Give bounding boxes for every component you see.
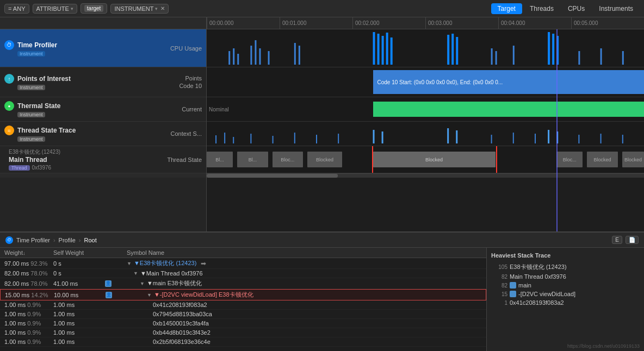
nav-tabs: Target Threads CPUs Instruments xyxy=(491,3,640,14)
svg-rect-30 xyxy=(250,134,251,143)
instrument-label-thread-trace[interactable]: ≈ Thread State Trace Instrument Context … xyxy=(0,122,206,146)
cell-symbol: ▼ ▼main E38卡顿优化 xyxy=(127,279,482,287)
hs-sym-3: -[D2VC viewDidLoad] xyxy=(518,291,575,297)
cell-self-weight: 1.00 ms xyxy=(53,311,105,317)
table-row[interactable]: 1.00 ms 0.9% 1.00 ms 0xb44d8b019c3f43e2 xyxy=(0,328,486,337)
instrument-label-time-profiler[interactable]: ⏱ Time Profiler Instrument CPU Usage xyxy=(0,29,206,67)
watermark: https://blog.csdn.net/u010919133 xyxy=(567,343,640,349)
filter-any-pill[interactable]: = ANY xyxy=(4,4,29,14)
thread-trace-name: Thread State Trace xyxy=(17,127,76,134)
cell-self-weight: 0 s xyxy=(53,260,105,267)
svg-rect-31 xyxy=(273,136,274,143)
filter-target-pill[interactable]: target xyxy=(81,3,108,14)
context-switch-chart xyxy=(207,122,644,146)
svg-rect-24 xyxy=(578,51,580,65)
seg-blocked-2: Blocked xyxy=(587,152,617,167)
svg-rect-28 xyxy=(224,133,225,143)
breadcrumb-time-profiler[interactable]: Time Profiler xyxy=(16,237,50,243)
cpu-chart xyxy=(207,29,644,67)
svg-rect-12 xyxy=(382,36,384,65)
table-row[interactable]: 1.00 ms 0.9% 1.00 ms 0x2b5f068193e36c4e xyxy=(0,337,486,347)
bottom-panel: ⏱ Time Profiler › Profile › Root E 📄 Wei… xyxy=(0,231,644,351)
breadcrumb-profile[interactable]: Profile xyxy=(59,237,76,243)
table-row[interactable]: 82.00 ms 78.0% 0 s ▼ ▼Main Thread 0xf397… xyxy=(0,269,486,278)
svg-rect-25 xyxy=(600,48,602,65)
table-row[interactable]: 1.00 ms 0.9% 1.00 ms 0xb14500019c3fa4fa xyxy=(0,319,486,328)
cell-symbol: 0x7945d88193ba03ca xyxy=(127,311,482,317)
filter-attribute-label: ATTRIBUTE xyxy=(36,5,69,12)
breadcrumb-root[interactable]: Root xyxy=(84,237,96,243)
tab-instruments[interactable]: Instruments xyxy=(592,3,640,14)
col-self-weight[interactable]: Self Weight xyxy=(53,249,105,256)
chevron-down-icon: ▾ xyxy=(71,6,73,11)
table-row[interactable]: 1.00 ms 0.9% 1.00 ms 0x41c208193f083a2 xyxy=(0,300,486,310)
points-name: Points of Interest xyxy=(17,75,71,83)
timeline-scrollbar[interactable] xyxy=(207,173,644,178)
svg-rect-33 xyxy=(316,135,317,143)
tab-threads[interactable]: Threads xyxy=(523,3,560,14)
chevron-down-icon-2: ▾ xyxy=(155,6,158,11)
ruler-tick-3: 00:03.000 xyxy=(425,17,498,29)
svg-rect-17 xyxy=(456,37,458,65)
svg-rect-32 xyxy=(294,133,295,143)
red-marker-right xyxy=(496,146,497,173)
thread-tag: Thread xyxy=(9,165,30,171)
svg-rect-6 xyxy=(259,48,261,65)
scrollbar-thumb[interactable] xyxy=(207,174,338,178)
svg-rect-38 xyxy=(456,130,457,143)
hs-row-0: 105 E38卡顿优化 (12423) xyxy=(491,262,640,272)
filter-attribute-pill[interactable]: ATTRIBUTE ▾ xyxy=(33,4,77,14)
col-icon xyxy=(105,249,127,256)
points-badge: Instrument xyxy=(17,85,45,90)
table-row[interactable]: 1.00 ms 0.9% 1.00 ms 0x7945d88193ba03ca xyxy=(0,310,486,319)
arrow-icon[interactable]: ➡ xyxy=(201,260,206,267)
cell-self-weight: 0 s xyxy=(53,270,105,277)
top-bar: = ANY ATTRIBUTE ▾ target INSTRUMENT ▾ ✕ … xyxy=(0,0,644,17)
thread-state-track: Bl... Bl... Bloc... Blocked Blocked Bloc… xyxy=(207,146,644,173)
cell-self-weight: 1.00 ms xyxy=(53,302,105,308)
col-weight[interactable]: Weight↓ xyxy=(4,249,53,256)
close-icon[interactable]: ✕ xyxy=(160,5,165,11)
ruler-tick-5: 00:05.000 xyxy=(571,17,644,29)
table-row[interactable]: 82.00 ms 78.0% 41.00 ms 👤 ▼ ▼main E38卡顿优… xyxy=(0,278,486,289)
table-row[interactable]: 97.00 ms 92.3% 0 s ▼ ▼E38卡顿优化 (12423) ➡ xyxy=(0,258,486,269)
thermal-metric: Current xyxy=(182,106,202,112)
thread-state-trace-track xyxy=(207,122,644,146)
svg-rect-4 xyxy=(250,46,252,65)
e-button[interactable]: E xyxy=(612,236,622,244)
profile-table[interactable]: Weight↓ Self Weight Symbol Name 97.00 ms… xyxy=(0,248,486,351)
instrument-label-thermal[interactable]: ● Thermal State Instrument Current xyxy=(0,97,206,122)
time-profiler-icon: ⏱ xyxy=(4,40,14,50)
ruler-tick-1: 00:01.000 xyxy=(280,17,352,29)
svg-rect-27 xyxy=(215,135,216,143)
timeline-area: 00:00.000 00:01.000 00:02.000 00:03.000 … xyxy=(207,17,644,231)
filter-instrument-pill[interactable]: INSTRUMENT ▾ ✕ xyxy=(110,4,169,14)
svg-rect-45 xyxy=(600,134,602,143)
tab-cpus[interactable]: CPUs xyxy=(561,3,591,14)
svg-rect-5 xyxy=(255,40,256,65)
cell-weight: 1.00 ms 0.9% xyxy=(4,302,53,308)
svg-rect-11 xyxy=(377,34,380,65)
svg-rect-46 xyxy=(622,135,623,143)
seg-blocked-3: Blocked xyxy=(622,152,644,167)
tab-target[interactable]: Target xyxy=(491,3,522,14)
hs-icon-2 xyxy=(510,282,516,289)
svg-rect-44 xyxy=(578,135,579,143)
thread-main-name: Main Thread xyxy=(9,156,60,164)
points-metric1: Points xyxy=(185,75,202,82)
col-symbol[interactable]: Symbol Name xyxy=(127,249,482,256)
seg-bloc-2: Bloc... xyxy=(556,152,583,167)
instruments-panel: ⏱ Time Profiler Instrument CPU Usage ↑ P… xyxy=(0,17,207,231)
instrument-label-points[interactable]: ↑ Points of Interest Instrument Points C… xyxy=(0,67,206,97)
hs-num-3: 15 xyxy=(491,291,507,297)
cell-weight: 82.00 ms 78.0% xyxy=(4,270,53,277)
cell-icon: 👤 xyxy=(106,292,127,298)
table-row-highlighted[interactable]: 15.00 ms 14.2% 10.00 ms 👤 ▼ ▼-[D2VC view… xyxy=(0,289,486,300)
heaviest-stack-title: Heaviest Stack Trace xyxy=(491,252,640,259)
svg-rect-34 xyxy=(338,134,339,143)
hs-num-2: 82 xyxy=(491,283,507,289)
hs-num-0: 105 xyxy=(491,264,507,270)
svg-rect-20 xyxy=(513,46,515,65)
doc-button[interactable]: 📄 xyxy=(626,236,639,244)
thermal-icon: ● xyxy=(4,101,14,111)
